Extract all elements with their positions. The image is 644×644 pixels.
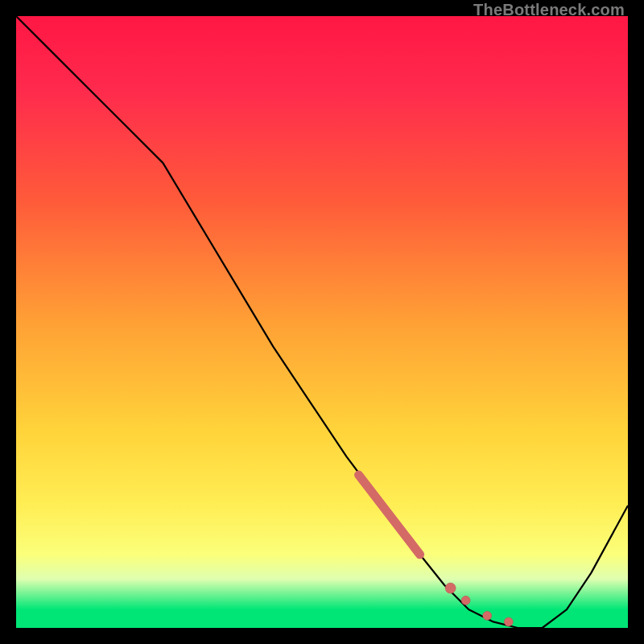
highlight-segment-line xyxy=(359,475,420,555)
bottleneck-curve xyxy=(16,16,628,628)
plot-svg xyxy=(16,16,628,628)
highlight-dots xyxy=(445,583,513,626)
chart-frame xyxy=(16,16,628,628)
watermark-text: TheBottleneck.com xyxy=(473,1,625,19)
highlight-segment xyxy=(359,475,420,555)
highlight-dot xyxy=(483,611,492,620)
highlight-dot xyxy=(504,617,513,626)
curve-path xyxy=(16,16,628,628)
highlight-dot xyxy=(461,596,470,605)
highlight-dot xyxy=(445,583,456,593)
